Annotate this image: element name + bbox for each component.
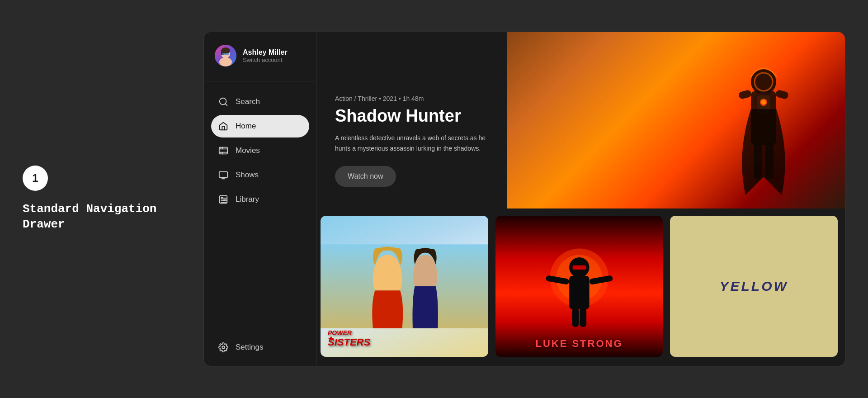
thumbnail-power-sisters[interactable]: POWER SISTERS ✦ — [321, 216, 488, 357]
svg-rect-43 — [572, 265, 586, 270]
sidebar-item-library[interactable]: Library — [211, 188, 309, 211]
main-content: Action / Thriller • 2021 • 1h 48m Shadow… — [317, 32, 845, 366]
svg-point-35 — [761, 100, 766, 104]
sidebar-item-shows[interactable]: Shows — [211, 164, 309, 186]
sidebar-bottom: Settings — [204, 329, 316, 366]
svg-rect-46 — [572, 308, 579, 327]
search-icon — [218, 97, 228, 107]
movies-icon — [218, 146, 228, 156]
yellow-title: YELLOW — [720, 279, 788, 294]
sidebar-item-home[interactable]: Home — [211, 115, 309, 137]
switch-account-label[interactable]: Switch account — [243, 57, 288, 63]
hero-character — [718, 41, 809, 195]
user-info: Ashley Miller Switch account — [243, 48, 288, 63]
ps-logo-icon: ✦ — [327, 333, 335, 344]
svg-rect-15 — [219, 172, 227, 178]
sidebar-item-library-label: Library — [236, 195, 259, 204]
svg-rect-36 — [321, 244, 488, 328]
thumbnail-yellow[interactable]: YELLOW — [670, 216, 838, 357]
sidebar-item-movies-label: Movies — [236, 146, 260, 155]
hero-section: Action / Thriller • 2021 • 1h 48m Shadow… — [317, 32, 845, 208]
svg-line-7 — [225, 104, 227, 105]
svg-rect-47 — [580, 308, 586, 327]
hero-description: A relentless detective unravels a web of… — [335, 133, 489, 153]
outer-container: 1 Standard Navigation Drawer — [23, 23, 845, 375]
svg-rect-5 — [222, 53, 229, 55]
sidebar-item-movies[interactable]: Movies — [211, 139, 309, 162]
luke-strong-title: LUKE STRONG — [495, 338, 663, 350]
hero-title: Shadow Hunter — [335, 107, 489, 126]
settings-icon — [218, 342, 228, 352]
svg-point-24 — [222, 346, 225, 349]
svg-rect-29 — [738, 90, 752, 100]
sidebar-item-settings[interactable]: Settings — [211, 336, 309, 359]
user-profile[interactable]: Ashley Miller Switch account — [204, 32, 316, 81]
svg-rect-19 — [221, 197, 223, 199]
thumbnail-luke-strong[interactable]: LUKE STRONG — [495, 216, 663, 357]
hero-info: Action / Thriller • 2021 • 1h 48m Shadow… — [317, 32, 507, 208]
library-icon — [218, 194, 228, 204]
left-panel: 1 Standard Navigation Drawer — [23, 166, 176, 232]
sidebar-item-search-label: Search — [236, 97, 260, 106]
home-icon — [218, 121, 228, 131]
svg-rect-30 — [775, 90, 789, 100]
avatar — [215, 45, 236, 66]
sidebar: Ashley Miller Switch account Search — [204, 32, 317, 366]
step-badge: 1 — [23, 166, 48, 191]
left-panel-title: Standard Navigation Drawer — [23, 202, 176, 232]
user-name: Ashley Miller — [243, 48, 288, 57]
hero-background — [507, 32, 845, 208]
nav-list: Search Home — [204, 81, 316, 220]
hero-genre: Action / Thriller • 2021 • 1h 48m — [335, 95, 489, 102]
svg-rect-42 — [569, 276, 589, 309]
app-window: Ashley Miller Switch account Search — [203, 32, 845, 366]
sidebar-item-settings-label: Settings — [236, 343, 263, 352]
sidebar-item-home-label: Home — [236, 122, 256, 131]
hero-image — [507, 32, 845, 208]
shows-icon — [218, 170, 228, 180]
watch-now-button[interactable]: Watch now — [335, 166, 396, 187]
svg-point-2 — [219, 57, 232, 66]
sidebar-item-shows-label: Shows — [236, 171, 259, 180]
sidebar-item-search[interactable]: Search — [211, 90, 309, 113]
